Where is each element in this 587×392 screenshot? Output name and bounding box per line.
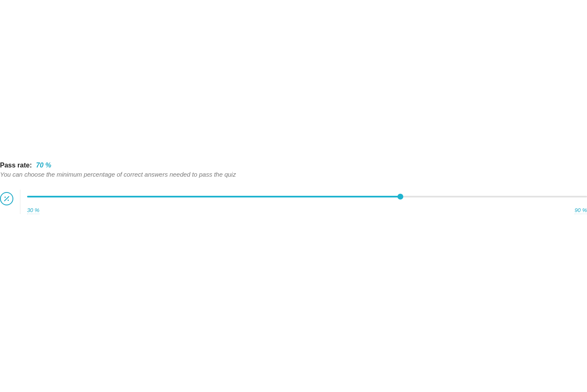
percent-icon	[0, 192, 13, 205]
slider-track-fill	[27, 196, 400, 197]
svg-point-1	[5, 197, 6, 198]
slider-thumb[interactable]	[397, 194, 403, 200]
pass-rate-slider[interactable]	[27, 194, 587, 200]
pass-rate-header: Pass rate: 70 %	[0, 162, 587, 169]
slider-icon-column	[0, 190, 20, 205]
pass-rate-label: Pass rate:	[0, 162, 32, 169]
pass-rate-description: You can choose the minimum percentage of…	[0, 171, 587, 178]
pass-rate-slider-section: 30 % 90 %	[0, 190, 587, 214]
pass-rate-section: Pass rate: 70 % You can choose the minim…	[0, 162, 587, 214]
pass-rate-value: 70 %	[36, 162, 51, 169]
slider-divider	[20, 190, 20, 214]
slider-column: 30 % 90 %	[27, 190, 587, 214]
slider-max-label[interactable]: 90 %	[575, 207, 587, 214]
slider-labels-row: 30 % 90 %	[27, 207, 587, 214]
svg-point-2	[7, 200, 9, 201]
slider-min-label[interactable]: 30 %	[27, 207, 40, 214]
